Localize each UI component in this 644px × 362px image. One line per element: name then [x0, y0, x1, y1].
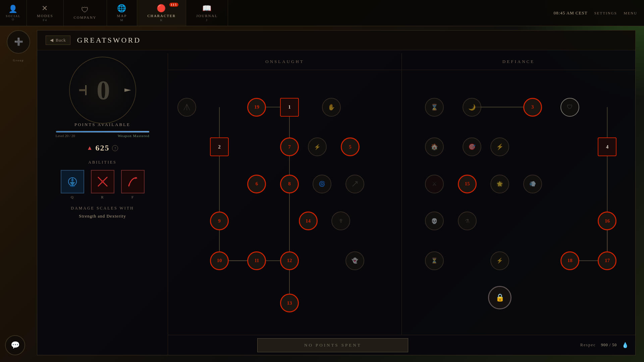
- tree-canvas: 19 1 ✋ 2 7: [168, 70, 635, 335]
- skill-node-14[interactable]: 14: [299, 212, 318, 230]
- defiance-node-r3c[interactable]: 🌟: [490, 175, 509, 193]
- skill-node-16[interactable]: 16: [598, 212, 616, 230]
- no-points-button[interactable]: NO POINTS SPENT: [257, 338, 408, 352]
- defiance-node-lightning[interactable]: ⚡: [490, 251, 509, 270]
- defiance-node-r2b[interactable]: 🎯: [463, 137, 481, 156]
- no-points-label: NO POINTS SPENT: [304, 343, 362, 348]
- defiance-node-moon[interactable]: 🌙: [463, 98, 481, 117]
- r2b-icon: 🎯: [468, 143, 476, 150]
- defiance-node-time[interactable]: ⌛: [425, 98, 444, 117]
- node-2-num: 2: [218, 144, 221, 150]
- ability-f-slot: F: [121, 170, 145, 199]
- skill-node-19[interactable]: 19: [247, 98, 266, 117]
- skill-node-6[interactable]: 6: [247, 175, 266, 193]
- skill-node-12[interactable]: 12: [280, 251, 299, 270]
- skill-node-13[interactable]: 13: [280, 294, 299, 312]
- r3c-icon: 🌟: [496, 181, 503, 187]
- skill-node-7[interactable]: 7: [280, 137, 299, 156]
- character-notification: 115: [169, 3, 178, 7]
- chat-icon: 💬: [11, 341, 20, 350]
- defiance-label: DEFIANCE: [502, 59, 535, 64]
- skill-node-sword1[interactable]: [177, 98, 196, 117]
- social-label: SOCIAL: [6, 14, 21, 18]
- nav-company[interactable]: 🛡 COMPANY: [64, 0, 107, 26]
- node-14-num: 14: [306, 218, 311, 224]
- chat-button[interactable]: 💬: [5, 335, 25, 355]
- ability-r-icon[interactable]: [91, 170, 114, 193]
- icon2-glyph: 🌀: [319, 181, 325, 187]
- skill-node-axe[interactable]: [345, 175, 364, 193]
- skill-node-4[interactable]: 4: [598, 137, 616, 156]
- back-label: Back: [56, 38, 66, 43]
- nav-social[interactable]: 👤 SOCIAL O: [0, 0, 27, 26]
- combat-icon: ⚔: [432, 181, 437, 187]
- nav-character[interactable]: 🔴 115 CHARACTER K: [137, 0, 186, 26]
- main-panel: ◀ Back GREATSWORD: [37, 30, 636, 355]
- defiance-node-hourglass[interactable]: ⏳: [425, 251, 444, 270]
- feather-icon: ⚡: [314, 144, 321, 150]
- ability-q-slot: Q: [61, 170, 84, 199]
- defiance-node-skull[interactable]: 💀: [425, 212, 444, 230]
- skill-node-15[interactable]: 15: [458, 175, 477, 193]
- skill-node-2[interactable]: 2: [210, 137, 229, 156]
- menu-label[interactable]: MENU: [624, 11, 637, 15]
- defiance-node-combat[interactable]: ⚔: [425, 175, 444, 193]
- respec-label: Respec: [580, 343, 596, 348]
- skill-node-17[interactable]: 17: [598, 251, 616, 270]
- nav-journal[interactable]: 📖 JOURNAL J: [186, 0, 228, 26]
- defiance-node-shield[interactable]: 🛡: [560, 98, 579, 117]
- skill-node-1[interactable]: 1: [280, 98, 299, 117]
- skill-node-8[interactable]: 8: [280, 175, 299, 193]
- weapon-display: 0: [62, 60, 143, 120]
- skill-node-icon3[interactable]: 🗡: [331, 212, 350, 230]
- weapon-mastered-label: Weapon Mastered: [118, 134, 149, 138]
- defiance-node-r2a[interactable]: 🏠: [425, 137, 444, 156]
- defiance-node-r2c[interactable]: ⚡: [490, 137, 509, 156]
- skill-node-18[interactable]: 18: [560, 251, 579, 270]
- settings-label[interactable]: SETTINGS: [594, 11, 617, 15]
- left-nav: ➕ Group: [0, 27, 37, 62]
- skill-node-feather[interactable]: ⚡: [308, 137, 327, 156]
- node-10-num: 10: [217, 258, 222, 263]
- defiance-node-r3d[interactable]: 💨: [523, 175, 542, 193]
- ability-f-icon[interactable]: [121, 170, 145, 193]
- node-17-num: 17: [605, 258, 610, 263]
- map-icon: 🌐: [117, 4, 127, 13]
- group-icon: ➕: [14, 38, 23, 46]
- skill-node-10[interactable]: 10: [210, 251, 229, 270]
- nav-modes[interactable]: ✕ MODES F4: [27, 0, 64, 26]
- defiance-lock-node[interactable]: 🔒: [488, 286, 512, 309]
- skill-node-icon1[interactable]: ✋: [322, 98, 341, 117]
- group-button[interactable]: ➕: [7, 30, 30, 54]
- onslaught-tree: 19 1 ✋ 2 7: [168, 70, 402, 335]
- node-7-num: 7: [288, 144, 291, 150]
- node-3-num: 3: [531, 104, 534, 110]
- attribute-help-button[interactable]: ?: [112, 145, 118, 151]
- skill-tree-area: ONSLAUGHT DEFIANCE: [168, 53, 635, 335]
- panel-header: ◀ Back GREATSWORD: [37, 31, 635, 50]
- skill-node-ghost[interactable]: 👻: [345, 251, 364, 270]
- ability-q-icon[interactable]: [61, 170, 84, 193]
- node-4-num: 4: [606, 144, 609, 150]
- respec-row: Respec 900 / 50 💧: [580, 342, 629, 348]
- defiance-node-r4b[interactable]: ⚗: [458, 212, 477, 230]
- respec-cost: 900 / 50: [601, 343, 617, 348]
- r4b-icon: ⚗: [465, 218, 470, 224]
- panel-title: GREATSWORD: [77, 36, 141, 45]
- skill-node-3[interactable]: 3: [523, 98, 542, 117]
- skill-node-icon2[interactable]: 🌀: [313, 175, 331, 193]
- skill-node-5[interactable]: 5: [341, 137, 360, 156]
- shield-icon: 🛡: [567, 104, 573, 111]
- progress-bar: Level 20 / 20 Weapon Mastered: [56, 131, 150, 138]
- skill-node-9[interactable]: 9: [210, 212, 229, 230]
- map-key: M: [120, 18, 123, 22]
- lock-icon: 🔒: [495, 293, 504, 302]
- journal-icon: 📖: [202, 4, 212, 13]
- r3d-icon: 💨: [529, 181, 536, 187]
- svg-point-5: [70, 185, 75, 187]
- skill-node-11[interactable]: 11: [247, 251, 266, 270]
- modes-label: MODES: [37, 14, 53, 18]
- back-button[interactable]: ◀ Back: [46, 36, 70, 45]
- ability-r-key: R: [101, 195, 104, 199]
- nav-map[interactable]: 🌐 MAP M: [107, 0, 138, 26]
